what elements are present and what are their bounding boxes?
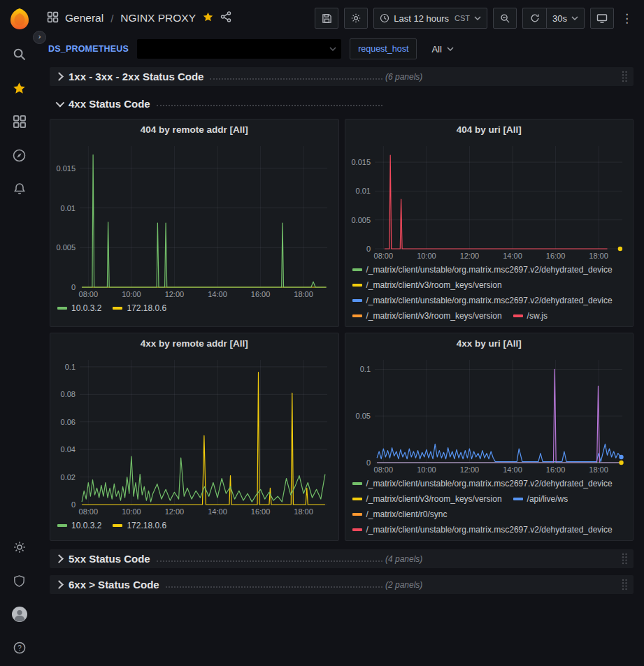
sidebar-expand-button[interactable]: › bbox=[33, 31, 46, 44]
dashboards-grid-icon bbox=[47, 11, 59, 26]
explore-compass-icon[interactable] bbox=[0, 138, 38, 172]
row-1xx-3xx-2xx-status-code[interactable]: 1xx - 3xx - 2xx Status Code (6 panels) bbox=[50, 67, 634, 86]
admin-shield-icon[interactable] bbox=[0, 564, 38, 598]
dotted-leader bbox=[210, 78, 382, 80]
svg-text:10:00: 10:00 bbox=[417, 252, 436, 260]
row-5xx-status-code[interactable]: 5xx Status Code (4 panels) bbox=[50, 549, 634, 568]
legend-item[interactable]: 10.0.3.2 bbox=[57, 301, 101, 316]
main-area: General / NGINX PROXY Last 12 hours bbox=[38, 0, 644, 666]
timeseries-chart[interactable]: 08:0010:0012:0014:0016:0018:0000.050.1 bbox=[348, 353, 631, 475]
search-icon[interactable] bbox=[0, 38, 38, 71]
timeseries-chart[interactable]: 08:0010:0012:0014:0016:0018:0000.0050.01… bbox=[348, 139, 631, 261]
legend-item[interactable]: /_matrix/client/unstable/org.matrix.msc2… bbox=[352, 262, 613, 277]
sidebar-bottom-group: ? bbox=[0, 530, 38, 666]
legend-item[interactable]: /_matrix/client/unstable/org.matrix.msc2… bbox=[352, 293, 613, 308]
legend-item[interactable]: /sw.js bbox=[513, 308, 548, 324]
server-admin-gear-icon[interactable] bbox=[0, 530, 38, 564]
save-dashboard-button[interactable] bbox=[315, 8, 338, 29]
chevron-down-icon bbox=[329, 47, 336, 51]
svg-text:0.04: 0.04 bbox=[61, 445, 76, 454]
help-icon[interactable]: ? bbox=[0, 631, 38, 665]
refresh-button-group: 30s bbox=[522, 8, 585, 29]
panel-legend: 10.0.3.2172.18.0.6 bbox=[50, 300, 338, 317]
legend-item[interactable]: 172.18.0.6 bbox=[113, 518, 166, 533]
legend-item[interactable]: /_matrix/client/v3/room_keys/version bbox=[352, 491, 502, 507]
user-avatar[interactable] bbox=[0, 598, 38, 631]
legend-item[interactable]: /_matrix/client/r0/sync bbox=[352, 507, 448, 522]
legend-item[interactable]: /api/live/ws bbox=[513, 491, 568, 507]
drag-handle-icon[interactable] bbox=[621, 553, 628, 565]
dotted-leader bbox=[157, 560, 382, 562]
row-4xx-status-code[interactable]: 4xx Status Code bbox=[50, 95, 634, 112]
chevron-right-icon bbox=[55, 72, 64, 81]
row-title: 6xx > Status Code bbox=[69, 579, 159, 591]
svg-text:0.015: 0.015 bbox=[351, 158, 371, 166]
var-request-host-label[interactable]: request_host bbox=[350, 38, 417, 59]
favorite-star-icon[interactable] bbox=[202, 11, 214, 26]
timeseries-chart[interactable]: 08:0010:0012:0014:0016:0018:0000.020.040… bbox=[53, 353, 336, 517]
alerting-bell-icon[interactable] bbox=[0, 172, 38, 205]
svg-text:0.1: 0.1 bbox=[359, 365, 370, 373]
svg-text:18:00: 18:00 bbox=[294, 290, 313, 298]
dashboard-canvas: 1xx - 3xx - 2xx Status Code (6 panels) 4… bbox=[38, 61, 644, 666]
grafana-app: › bbox=[0, 0, 644, 666]
chevron-down-icon bbox=[571, 16, 578, 20]
zoom-out-time-button[interactable] bbox=[493, 8, 517, 29]
panel-legend: /_matrix/client/unstable/org.matrix.msc2… bbox=[345, 261, 634, 325]
var-request-host-value: All bbox=[431, 44, 441, 55]
svg-text:0.005: 0.005 bbox=[351, 216, 371, 224]
svg-text:0: 0 bbox=[366, 458, 370, 467]
legend-item[interactable]: 172.18.0.6 bbox=[113, 301, 166, 316]
refresh-dashboard-button[interactable] bbox=[522, 8, 546, 29]
refresh-interval-label: 30s bbox=[552, 13, 567, 24]
row-6xx-status-code[interactable]: 6xx > Status Code (2 panels) bbox=[50, 575, 634, 594]
drag-handle-icon[interactable] bbox=[621, 579, 628, 591]
dashboard-settings-button[interactable] bbox=[344, 8, 368, 29]
var-ds-prometheus-label[interactable]: DS_PROMETHEUS bbox=[48, 44, 129, 54]
breadcrumb-section[interactable]: General bbox=[65, 12, 103, 24]
navbar: General / NGINX PROXY Last 12 hours bbox=[38, 0, 644, 36]
timezone-label: CST bbox=[455, 14, 470, 22]
legend-item[interactable]: /_matrix/client/v3/room_keys/version bbox=[352, 308, 502, 324]
time-range-picker[interactable]: Last 12 hours CST bbox=[373, 8, 487, 29]
svg-text:10:00: 10:00 bbox=[122, 290, 141, 298]
row-panel-count: (6 panels) bbox=[385, 72, 422, 82]
panel-title[interactable]: 4xx by uri [All] bbox=[345, 333, 634, 353]
svg-text:0.1: 0.1 bbox=[65, 363, 76, 371]
refresh-interval-picker[interactable]: 30s bbox=[546, 8, 585, 29]
dashboard-title[interactable]: NGINX PROXY bbox=[120, 12, 196, 24]
legend-item[interactable]: /_matrix/client/unstable/org.matrix.msc2… bbox=[352, 476, 613, 491]
var-ds-prometheus-select[interactable] bbox=[137, 39, 341, 59]
kebab-menu-icon[interactable]: ⋮ bbox=[620, 13, 634, 24]
panel-legend: 10.0.3.2172.18.0.6 bbox=[50, 517, 338, 535]
legend-item[interactable]: /_matrix/client/v3/room_keys/version bbox=[352, 277, 502, 293]
panel-title[interactable]: 404 by remote addr [All] bbox=[50, 120, 338, 139]
breadcrumb-separator: / bbox=[110, 13, 114, 24]
grafana-logo[interactable] bbox=[0, 0, 38, 38]
dashboards-icon[interactable] bbox=[0, 105, 38, 138]
svg-text:0.05: 0.05 bbox=[355, 412, 370, 420]
svg-text:0: 0 bbox=[71, 500, 76, 509]
share-icon[interactable] bbox=[220, 11, 231, 25]
svg-text:0.02: 0.02 bbox=[61, 473, 76, 482]
svg-text:14:00: 14:00 bbox=[503, 252, 522, 260]
panel-title[interactable]: 4xx by remote addr [All] bbox=[50, 333, 338, 353]
svg-text:0.005: 0.005 bbox=[56, 243, 76, 252]
row-panel-count: (2 panels) bbox=[385, 580, 422, 590]
panel-title[interactable]: 404 by uri [All] bbox=[345, 120, 634, 139]
row-title: 1xx - 3xx - 2xx Status Code bbox=[69, 71, 203, 82]
svg-text:14:00: 14:00 bbox=[208, 290, 227, 298]
timeseries-chart[interactable]: 08:0010:0012:0014:0016:0018:0000.0050.01… bbox=[53, 139, 336, 300]
svg-text:08:00: 08:00 bbox=[373, 465, 393, 474]
time-range-label: Last 12 hours bbox=[394, 13, 449, 24]
drag-handle-icon[interactable] bbox=[621, 71, 628, 82]
svg-text:0.015: 0.015 bbox=[56, 164, 76, 173]
legend-item[interactable]: 10.0.3.2 bbox=[57, 518, 101, 533]
tv-mode-button[interactable] bbox=[590, 8, 614, 29]
var-request-host-select[interactable]: All bbox=[425, 39, 459, 59]
starred-dashboards-icon[interactable] bbox=[0, 71, 38, 105]
chevron-down-icon bbox=[56, 98, 65, 107]
legend-item[interactable]: /_matrix/client/unstable/org.matrix.msc2… bbox=[352, 522, 613, 537]
svg-text:10:00: 10:00 bbox=[417, 465, 436, 474]
chevron-down-icon bbox=[447, 47, 454, 51]
